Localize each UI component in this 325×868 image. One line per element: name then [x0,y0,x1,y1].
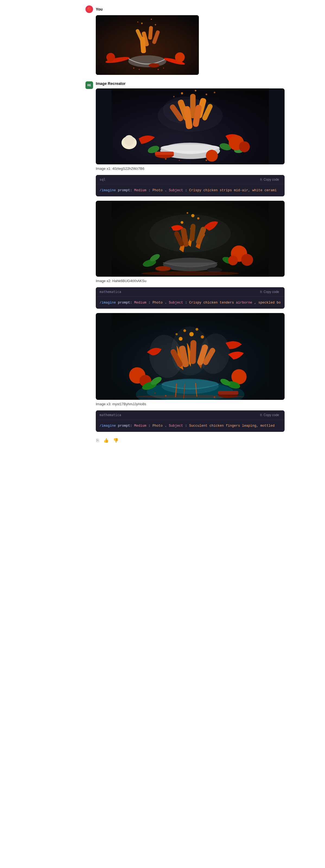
bot-avatar-label: RE [87,84,91,87]
code-text-2: prompt: [118,301,134,305]
svg-point-46 [195,90,197,91]
image-label-3: Image x3: myst17ByhmJJyHo8s [96,402,285,406]
svg-point-81 [189,332,194,336]
code-block-1: sql ⎘ Copy code /imagine prompt: Medium … [96,175,285,196]
code-medium-val-3: Photo [152,424,163,428]
svg-point-24 [161,144,219,151]
code-lang-1: sql [99,178,106,182]
svg-point-12 [133,67,134,69]
code-colon-2: : [185,188,189,192]
svg-point-84 [176,333,178,335]
code-colon-6: : [185,424,189,428]
svg-point-40 [239,141,250,152]
code-body-2: /imagine prompt: Medium : Photo . Subjec… [96,297,285,309]
code-text-3: prompt: [118,424,134,428]
svg-point-68 [191,214,195,217]
code-airborne: airborne [236,301,252,305]
thumbs-up-icon: 👍 [104,438,109,443]
svg-point-18 [155,24,156,26]
svg-point-13 [139,69,140,70]
code-lang-2: mathematica [99,290,121,294]
svg-point-43 [206,159,207,161]
copy-label-1: Copy code [263,178,279,182]
svg-point-102 [154,393,155,394]
thumbs-up-button[interactable]: 👍 [103,437,109,443]
user-name: You [96,5,240,13]
svg-point-82 [183,329,186,332]
svg-point-67 [197,217,199,219]
copy-icon-3: ⎘ [260,413,262,417]
code-header-3: mathematica ⎘ Copy code [96,410,285,420]
svg-point-100 [165,395,167,397]
code-subject-val-3: Succulent chicken fingers leaping, mottl… [189,424,274,428]
code-colon-3: : [148,301,152,305]
code-colon-4: : [185,301,189,305]
svg-point-45 [181,92,183,94]
code-header-2: mathematica ⎘ Copy code [96,287,285,297]
action-bar: ⎘ 👍 👎 [96,436,285,444]
code-medium-val-2: Photo [152,301,163,305]
svg-point-83 [196,328,198,331]
code-block-3: mathematica ⎘ Copy code /imagine prompt:… [96,410,285,432]
code-dot-1: . [165,188,169,192]
svg-point-41 [206,150,218,162]
generated-image-1 [96,88,285,164]
svg-point-14 [158,69,159,70]
svg-point-101 [214,396,215,398]
svg-point-15 [163,67,164,69]
svg-point-9 [175,52,185,62]
svg-point-64 [241,254,253,266]
bot-message: RE Image Recreator [85,82,240,444]
copy-message-icon: ⎘ [96,438,99,443]
copy-message-button[interactable]: ⎘ [96,437,99,443]
svg-point-79 [179,337,183,341]
copy-icon-1: ⎘ [260,178,262,182]
copy-label-3: Copy code [263,413,279,417]
code-text-1: prompt: [118,188,134,192]
copy-code-button-2[interactable]: ⎘ Copy code [259,289,280,294]
user-avatar: 🔴 [85,5,93,13]
image-label-1: Image x1: 40ztegS22h2Wz7B6 [96,166,285,170]
copy-code-button-1[interactable]: ⎘ Copy code [259,177,280,182]
svg-point-16 [141,23,143,24]
code-body-3: /imagine prompt: Medium : Photo . Subjec… [96,420,285,432]
generated-image-2 [96,201,285,277]
svg-point-65 [228,255,238,265]
code-medium-val: Photo [152,188,163,192]
svg-point-47 [206,94,207,95]
code-dot-2: . [165,301,169,305]
copy-icon-2: ⎘ [260,290,262,294]
code-subject-val-2: Crispy chicken tenders [189,301,236,305]
code-colon-1: : [148,188,152,192]
svg-point-80 [201,335,204,339]
copy-code-button-3[interactable]: ⎘ Copy code [259,412,280,417]
svg-point-69 [187,212,188,214]
user-avatar-icon: 🔴 [87,7,92,11]
svg-rect-86 [189,340,197,364]
svg-point-44 [179,160,180,161]
code-imagine-keyword-3: /imagine [99,424,116,428]
svg-rect-26 [155,152,174,155]
svg-point-66 [181,221,183,224]
svg-rect-98 [218,391,238,395]
user-uploaded-image [96,15,199,75]
code-imagine-keyword-2: /imagine [99,301,116,305]
svg-point-17 [151,19,152,20]
code-colon-5: : [148,424,152,428]
code-lang-3: mathematica [99,413,121,417]
code-medium: Medium [134,188,147,192]
image-label-2: Image x2: Hahk6BUG4tXhAKSu [96,279,285,283]
code-block-2: mathematica ⎘ Copy code /imagine prompt:… [96,287,285,309]
bot-name: Image Recreator [96,82,285,86]
code-subject: Subject [169,188,183,192]
svg-point-70 [141,271,239,276]
svg-point-49 [214,92,215,93]
code-header-1: sql ⎘ Copy code [96,175,285,184]
svg-point-35 [124,135,134,146]
code-medium-2: Medium [134,301,147,305]
thumbs-down-button[interactable]: 👎 [113,437,119,443]
svg-point-42 [165,158,167,160]
user-message: 🔴 You [85,5,240,75]
svg-point-11 [149,63,159,67]
code-subject-3: Subject [169,424,183,428]
